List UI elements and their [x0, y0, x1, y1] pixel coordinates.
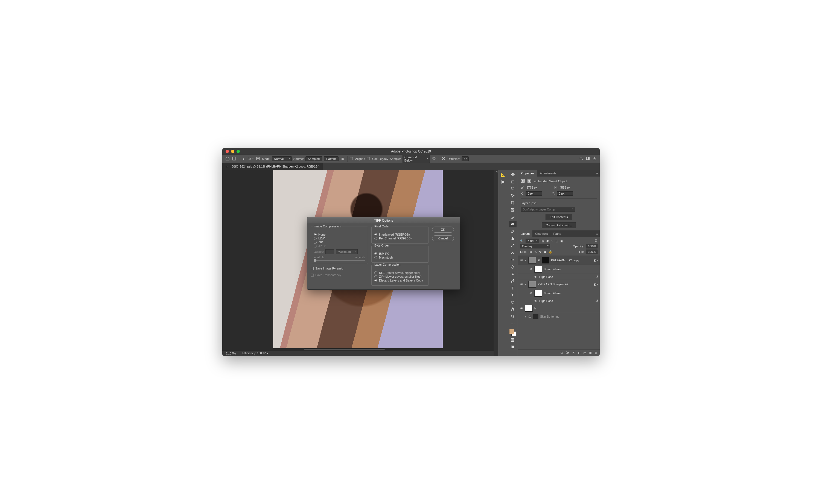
- quick-mask-icon[interactable]: [509, 337, 516, 343]
- layer-name-label[interactable]: h: [534, 307, 598, 310]
- layer-compression-rle-radio[interactable]: RLE (faster saves, bigger files): [374, 271, 426, 274]
- filter-mask-thumbnail[interactable]: [542, 257, 549, 263]
- compression-zip-radio[interactable]: ZIP: [314, 241, 365, 244]
- layer-row[interactable]: 👁 Smart Filters: [518, 265, 600, 274]
- diffusion-select[interactable]: 5: [462, 156, 469, 161]
- brush-preview-icon[interactable]: ●: [241, 157, 246, 160]
- play-icon[interactable]: ▶: [499, 178, 507, 185]
- chevron-down-icon[interactable]: [252, 158, 254, 160]
- filter-toggle-icon[interactable]: ⦿: [594, 239, 597, 242]
- layer-row[interactable]: 👁 Smart Filters: [518, 289, 600, 298]
- layer-row[interactable]: 👁 ▾ ▣ PHLEARN ...+2 copy ◐▾: [518, 256, 600, 265]
- filter-mask-thumbnail[interactable]: [534, 290, 542, 297]
- link-layers-icon[interactable]: ⧉: [560, 351, 563, 354]
- convert-to-linked-button[interactable]: Convert to Linked...: [542, 222, 576, 228]
- gradient-tool-icon[interactable]: [509, 256, 516, 263]
- visibility-toggle-icon[interactable]: 👁: [534, 299, 538, 303]
- save-image-pyramid-checkbox[interactable]: Save Image Pyramid: [311, 267, 368, 270]
- mask-thumbnail[interactable]: [533, 314, 538, 319]
- screen-mode-icon[interactable]: [509, 344, 516, 350]
- document-tab[interactable]: × DSC_1624.psb @ 31.1% (PHLEARN Sharpen …: [222, 163, 323, 170]
- home-icon[interactable]: [225, 156, 230, 161]
- filter-mask-thumbnail[interactable]: [534, 266, 542, 272]
- byte-order-mac-radio[interactable]: Macintosh: [374, 256, 426, 259]
- expand-icon[interactable]: ▸: [525, 315, 527, 318]
- brush-panel-toggle-icon[interactable]: [256, 156, 260, 161]
- aligned-checkbox[interactable]: [350, 157, 353, 160]
- scrollbar-thumb[interactable]: [304, 348, 385, 350]
- visibility-toggle-icon[interactable]: 👁: [519, 307, 523, 310]
- layer-row[interactable]: 👁 ▾ PHLEARN Sharpen +2 ◐▾: [518, 280, 600, 289]
- ok-button[interactable]: OK: [432, 227, 454, 233]
- blend-mode-select[interactable]: Normal: [272, 156, 292, 161]
- pen-tool-icon[interactable]: [509, 278, 516, 284]
- healing-brush-tool-icon[interactable]: [509, 221, 516, 227]
- filter-name-label[interactable]: High Pass: [539, 299, 594, 303]
- lasso-tool-icon[interactable]: [509, 185, 516, 192]
- efficiency-readout[interactable]: Efficiency: 100%*: [242, 351, 266, 355]
- visibility-toggle-icon[interactable]: 👁: [519, 259, 523, 262]
- source-pattern-button[interactable]: Pattern: [324, 156, 338, 161]
- panel-collapse-handle[interactable]: [494, 170, 498, 356]
- layer-style-icon[interactable]: fx▾: [565, 351, 569, 354]
- compression-lzw-radio[interactable]: LZW: [314, 237, 365, 240]
- sample-select[interactable]: Current & Below: [403, 155, 430, 163]
- ruler-icon[interactable]: 📐: [499, 171, 507, 178]
- lock-transparency-icon[interactable]: ▦: [529, 250, 532, 254]
- tab-paths[interactable]: Paths: [551, 230, 564, 237]
- frame-tool-icon[interactable]: [509, 207, 516, 213]
- new-group-icon[interactable]: 🗀: [583, 351, 586, 354]
- add-mask-icon[interactable]: ◩: [572, 351, 575, 354]
- eraser-tool-icon[interactable]: [509, 249, 516, 256]
- close-window-button[interactable]: [226, 150, 229, 153]
- layer-row[interactable]: 👁 h: [518, 304, 600, 313]
- brush-tool-icon[interactable]: [509, 228, 516, 235]
- lock-artboard-icon[interactable]: ▣: [544, 250, 546, 254]
- fill-field[interactable]: 100%: [586, 250, 597, 254]
- layer-name-label[interactable]: PHLEARN Sharpen +2: [538, 283, 592, 286]
- shape-tool-icon[interactable]: [509, 299, 516, 306]
- history-brush-tool-icon[interactable]: [509, 242, 516, 249]
- type-tool-icon[interactable]: T: [509, 285, 516, 291]
- cancel-button[interactable]: Cancel: [432, 235, 454, 241]
- expand-icon[interactable]: ▾: [525, 259, 527, 262]
- layer-compression-zip-radio[interactable]: ZIP (slower saves, smaller files): [374, 275, 426, 278]
- color-swatches[interactable]: [509, 329, 516, 336]
- layer-thumbnail[interactable]: [528, 257, 536, 263]
- move-tool-icon[interactable]: ✥: [509, 171, 516, 178]
- chevron-right-icon[interactable]: ▸: [267, 351, 268, 355]
- expand-icon[interactable]: ▾: [525, 283, 527, 286]
- y-field[interactable]: 0 px: [557, 191, 573, 196]
- byte-order-ibm-radio[interactable]: IBM PC: [374, 252, 426, 255]
- tab-layers[interactable]: Layers: [518, 230, 532, 237]
- visibility-toggle-icon[interactable]: 👁: [534, 275, 538, 279]
- filter-shape-icon[interactable]: ▢: [555, 239, 558, 243]
- clone-stamp-tool-icon[interactable]: [509, 235, 516, 242]
- zoom-tool-icon[interactable]: [509, 313, 516, 320]
- filter-settings-icon[interactable]: ◐▾: [594, 283, 598, 286]
- tool-preset-icon[interactable]: [232, 156, 237, 161]
- new-layer-icon[interactable]: ▣: [589, 351, 592, 354]
- filter-type-icon[interactable]: T: [551, 239, 553, 242]
- layer-name-label[interactable]: Skin Softening: [540, 315, 598, 318]
- filter-settings-icon[interactable]: ◐▾: [594, 259, 598, 262]
- crop-tool-icon[interactable]: [509, 200, 516, 206]
- visibility-toggle-icon[interactable]: 👁: [519, 283, 523, 286]
- new-adjustment-icon[interactable]: ◐: [578, 351, 580, 354]
- panel-menu-icon[interactable]: ≡: [559, 170, 600, 177]
- path-select-tool-icon[interactable]: [509, 292, 516, 298]
- blur-tool-icon[interactable]: [509, 263, 516, 270]
- layer-row[interactable]: ▸ 🗀 Skin Softening: [518, 313, 600, 320]
- share-icon[interactable]: [592, 156, 597, 161]
- pressure-opacity-icon[interactable]: [441, 156, 446, 161]
- marquee-tool-icon[interactable]: ◻: [509, 178, 516, 185]
- hand-tool-icon[interactable]: [509, 306, 516, 313]
- layer-compression-discard-radio[interactable]: Discard Layers and Save a Copy: [374, 279, 426, 282]
- pattern-swatch-icon[interactable]: ▦: [340, 157, 345, 160]
- filter-name-label[interactable]: High Pass: [539, 275, 594, 279]
- layer-comp-select[interactable]: Don't Apply Layer Comp: [521, 207, 575, 212]
- visibility-toggle-icon[interactable]: 👁: [529, 268, 533, 271]
- edit-contents-button[interactable]: Edit Contents: [545, 214, 572, 220]
- zoom-readout[interactable]: 31.07%: [226, 352, 236, 355]
- tab-channels[interactable]: Channels: [532, 230, 550, 237]
